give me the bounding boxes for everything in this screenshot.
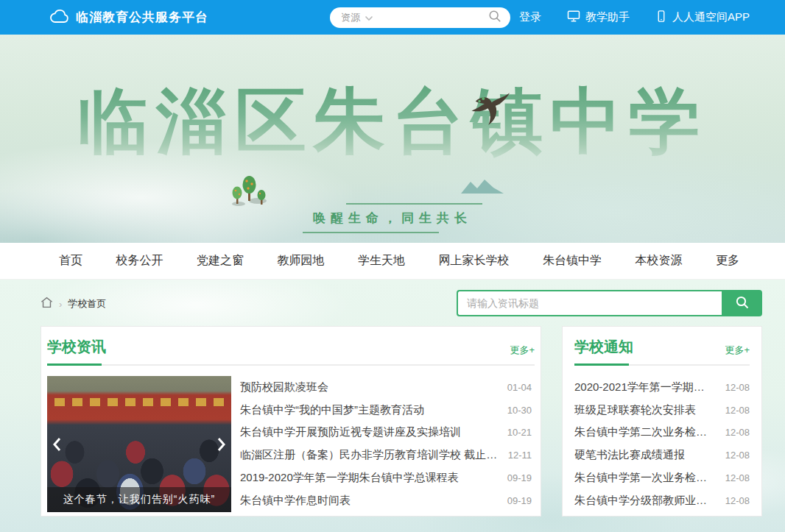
teaching-assistant-link[interactable]: 教学助手 — [566, 9, 630, 26]
notice-item-date: 12-08 — [725, 382, 750, 393]
notice-item-title: 2020-2021学年第一学期足球 — [574, 380, 725, 394]
article-search-button[interactable] — [722, 290, 762, 316]
nav-item[interactable]: 更多 — [716, 253, 739, 269]
notice-item-date: 12-08 — [725, 405, 750, 416]
carousel-prev-button[interactable] — [49, 433, 65, 456]
news-item-date: 12-11 — [508, 450, 535, 461]
nav-item[interactable]: 学生天地 — [358, 253, 405, 269]
notice-item-date: 12-08 — [725, 450, 750, 461]
news-carousel[interactable]: 这个春节，让我们告别“火药味” — [47, 376, 231, 512]
news-more-link[interactable]: 更多+ — [510, 344, 535, 357]
news-item-date: 09-19 — [507, 495, 535, 506]
notice-item-date: 12-08 — [725, 472, 750, 483]
notice-item-date: 12-08 — [725, 495, 750, 506]
section-divider — [47, 364, 535, 366]
swallow-icon — [469, 92, 510, 129]
notice-item-title: 班级足球联赛轮次安排表 — [574, 403, 706, 417]
school-news-card: 学校资讯 更多+ 这个春节，让我们告别“火药味” 预防校园欺凌班会 — [41, 326, 541, 517]
news-item-date: 10-21 — [507, 427, 535, 438]
section-divider — [574, 364, 750, 366]
renrentong-app-link[interactable]: 人人通空间APP — [655, 9, 750, 26]
nav-item[interactable]: 朱台镇中学 — [543, 253, 602, 269]
news-item-title: 预防校园欺凌班会 — [240, 380, 339, 394]
notice-item-date: 12-08 — [725, 427, 750, 438]
carousel-next-button[interactable] — [214, 433, 230, 456]
news-item-title: 临淄区注册（备案）民办非学历教育培训学校 截止2019 — [240, 448, 508, 462]
news-list: 预防校园欺凌班会 01-04 朱台镇中学“我的中国梦”主题教育活动 10-30 … — [240, 376, 535, 512]
notice-list-item[interactable]: 2020-2021学年第一学期足球 12-08 — [574, 376, 750, 399]
main-nav: 首页校务公开党建之窗教师园地学生天地网上家长学校朱台镇中学本校资源更多 — [0, 243, 785, 280]
notice-list-item[interactable]: 朱台镇中学第一次业务检查的 12-08 — [574, 467, 750, 489]
notice-item-title: 朱台镇中学第二次业务检查的 — [574, 425, 725, 439]
notice-list-item[interactable]: 朱台镇中学分级部教师业务展 12-08 — [574, 489, 750, 512]
chevron-down-icon[interactable] — [365, 11, 373, 24]
search-icon[interactable] — [488, 10, 501, 26]
news-list-item[interactable]: 预防校园欺凌班会 01-04 — [240, 376, 535, 399]
news-item-title: 朱台镇中学开展预防近视专题讲座及实操培训 — [240, 425, 471, 439]
breadcrumb: › 学校首页 — [41, 297, 106, 311]
notice-section-title: 学校通知 — [574, 337, 633, 357]
nav-item[interactable]: 首页 — [59, 253, 82, 269]
nav-item[interactable]: 本校资源 — [636, 253, 683, 269]
banner-tagline: 唤醒生命，同生共长 — [313, 203, 472, 233]
cloud-icon — [50, 9, 69, 26]
news-list-item[interactable]: 朱台镇中学“我的中国梦”主题教育活动 10-30 — [240, 399, 535, 422]
news-item-title: 朱台镇中学“我的中国梦”主题教育活动 — [240, 403, 434, 417]
nav-item[interactable]: 教师园地 — [278, 253, 325, 269]
nav-item[interactable]: 网上家长学校 — [439, 253, 510, 269]
notice-list: 2020-2021学年第一学期足球 12-08 班级足球联赛轮次安排表 12-0… — [574, 376, 750, 512]
notice-item-title: 朱台镇中学第一次业务检查的 — [574, 471, 725, 485]
news-list-item[interactable]: 2019-2020学年第一学期朱台镇中学总课程表 09-19 — [240, 467, 535, 489]
banner-school-name: 临淄区朱台镇中学 — [0, 79, 785, 164]
login-link[interactable]: 登录 — [519, 10, 541, 24]
notice-more-link[interactable]: 更多+ — [725, 344, 750, 357]
breadcrumb-separator: › — [59, 299, 62, 310]
breadcrumb-current: 学校首页 — [68, 297, 106, 311]
article-search — [457, 290, 762, 316]
news-item-date: 01-04 — [507, 382, 535, 393]
monitor-icon — [566, 9, 581, 26]
news-section-title: 学校资讯 — [47, 337, 106, 357]
notice-item-title: 朱台镇中学分级部教师业务展 — [574, 494, 725, 508]
brand[interactable]: 临淄教育公共服务平台 — [50, 9, 208, 26]
top-bar: 临淄教育公共服务平台 资源 登录 教学助手 — [0, 0, 785, 35]
top-links: 登录 教学助手 人人通空间APP — [519, 0, 750, 35]
news-item-title: 2019-2020学年第一学期朱台镇中学总课程表 — [240, 471, 469, 485]
search-category-dropdown[interactable]: 资源 — [341, 11, 360, 24]
top-search-box[interactable]: 资源 — [330, 7, 510, 28]
notice-list-item[interactable]: 班级足球联赛轮次安排表 12-08 — [574, 399, 750, 422]
carousel-caption[interactable]: 这个春节，让我们告别“火药味” — [47, 487, 231, 512]
news-item-date: 10-30 — [507, 405, 535, 416]
home-icon[interactable] — [41, 297, 53, 311]
search-icon — [735, 295, 750, 312]
notice-list-item[interactable]: 朱台镇中学第二次业务检查的 12-08 — [574, 422, 750, 444]
news-list-item[interactable]: 朱台镇中学作息时间表 09-19 — [240, 489, 535, 512]
news-item-title: 朱台镇中学作息时间表 — [240, 494, 361, 508]
page: 临淄教育公共服务平台 资源 登录 教学助手 — [0, 0, 785, 532]
news-list-item[interactable]: 临淄区注册（备案）民办非学历教育培训学校 截止2019 12-11 — [240, 444, 535, 467]
notice-item-title: 硬笔书法比赛成绩通报 — [574, 448, 695, 462]
school-notice-card: 学校通知 更多+ 2020-2021学年第一学期足球 12-08 班级足球联赛轮… — [562, 326, 762, 517]
nav-item[interactable]: 校务公开 — [116, 253, 163, 269]
article-search-input[interactable] — [457, 290, 722, 316]
school-banner: 临淄区朱台镇中学 唤醒生命，同生共长 — [0, 35, 785, 243]
mountains-decoration — [461, 179, 504, 196]
news-item-date: 09-19 — [507, 472, 535, 483]
nav-item[interactable]: 党建之窗 — [197, 253, 244, 269]
notice-list-item[interactable]: 硬笔书法比赛成绩通报 12-08 — [574, 444, 750, 467]
brand-title: 临淄教育公共服务平台 — [76, 9, 208, 26]
news-list-item[interactable]: 朱台镇中学开展预防近视专题讲座及实操培训 10-21 — [240, 422, 535, 444]
smartphone-icon — [655, 9, 668, 26]
